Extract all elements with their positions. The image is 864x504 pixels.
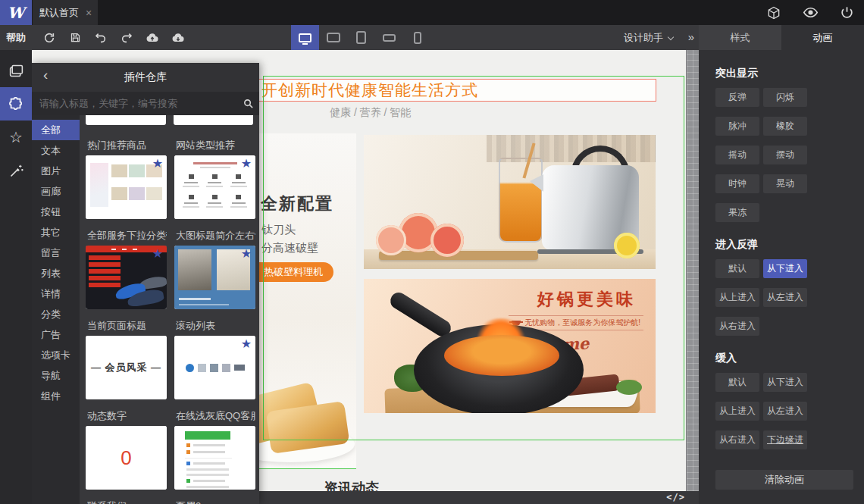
refresh-icon[interactable]: [41, 30, 58, 46]
search-icon[interactable]: [236, 98, 259, 109]
news-section-title[interactable]: 资讯动态: [324, 479, 379, 491]
help-menu[interactable]: 帮助: [6, 25, 26, 50]
plugin-item: 联系我们: [86, 499, 167, 504]
animation-button[interactable]: 脉冲: [715, 117, 759, 136]
device-phone-portrait-button[interactable]: [403, 25, 431, 50]
plugin-item-card-partial[interactable]: [174, 115, 254, 125]
plugin-item-card[interactable]: ★: [86, 155, 167, 219]
device-tablet-landscape-button[interactable]: [319, 25, 347, 50]
plugin-category[interactable]: 广告: [32, 324, 80, 345]
device-phone-landscape-button[interactable]: [375, 25, 403, 50]
animation-button[interactable]: 从右进入: [715, 430, 759, 449]
plugin-category[interactable]: 分类: [32, 304, 80, 324]
animation-button[interactable]: 摆动: [763, 146, 807, 164]
section-selection-outline: [263, 76, 684, 440]
page-tab[interactable]: 默认首页 ×: [33, 0, 98, 25]
plugin-category[interactable]: 按钮: [32, 202, 80, 222]
plugin-item-label: 当前页面标题: [87, 319, 167, 331]
plugin-category[interactable]: 选项卡: [32, 345, 80, 365]
plugin-item-card[interactable]: — 会员风采 —: [86, 336, 167, 399]
cloud-download-icon[interactable]: [170, 30, 186, 46]
power-exit-icon[interactable]: [838, 5, 855, 21]
plugin-item-card-partial[interactable]: [86, 115, 166, 125]
editor-toolbar: 帮助: [0, 25, 699, 50]
animation-button[interactable]: 果冻: [715, 203, 759, 222]
animation-panel: 突出显示反弹闪烁脉冲橡胶摇动摆动时钟晃动果冻进入反弹默认从下进入从上进入从左进入…: [699, 50, 864, 504]
tab-animation[interactable]: 动画: [781, 25, 864, 50]
plugin-item: 全部服务下拉分类带...★: [86, 229, 167, 319]
animation-button[interactable]: 默认: [715, 373, 759, 392]
plugin-category[interactable]: 组件: [32, 386, 80, 406]
animation-button[interactable]: 从下进入: [763, 373, 807, 392]
favorite-star-icon[interactable]: ★: [241, 337, 252, 351]
animation-section-title: 突出显示: [715, 67, 855, 80]
save-icon[interactable]: [67, 30, 83, 46]
toolbar-more-button[interactable]: »: [688, 25, 694, 50]
plugin-item-card[interactable]: [174, 426, 255, 490]
rail-favorites-icon[interactable]: ☆: [0, 121, 32, 154]
animation-button[interactable]: 闪烁: [763, 88, 807, 107]
tab-style[interactable]: 样式: [699, 25, 781, 50]
plugin-item-label: 网站类型推荐: [176, 139, 255, 151]
device-desktop-button[interactable]: [291, 25, 319, 50]
animation-button[interactable]: 时钟: [715, 174, 759, 193]
animation-button[interactable]: 从左进入: [763, 288, 807, 307]
rail-pages-icon[interactable]: [0, 54, 32, 87]
favorite-star-icon[interactable]: ★: [152, 246, 163, 261]
plugin-thumbnail: 0: [86, 426, 167, 490]
left-rail: ☆: [0, 50, 32, 504]
rail-plugins-icon[interactable]: [0, 87, 32, 121]
animation-button[interactable]: 摇动: [715, 146, 759, 164]
back-chevron-icon[interactable]: ‹: [43, 67, 48, 82]
plugin-category[interactable]: 全部: [32, 120, 80, 140]
plugin-category[interactable]: 导航: [32, 365, 80, 386]
animation-button[interactable]: 反弹: [715, 88, 759, 107]
title-bar: W 默认首页 ×: [0, 0, 864, 25]
favorite-star-icon[interactable]: ★: [241, 246, 252, 261]
cloud-upload-icon[interactable]: [144, 30, 161, 46]
clear-animation-button[interactable]: 清除动画: [715, 470, 853, 490]
redo-icon[interactable]: [118, 30, 135, 46]
plugin-grid-area: 热门推荐商品★网站类型推荐★全部服务下拉分类带...★大图标题简介左右切...★…: [80, 115, 259, 504]
animation-button[interactable]: 从上进入: [715, 402, 759, 421]
animation-button[interactable]: 晃动: [763, 174, 807, 193]
animation-button[interactable]: 从下进入: [763, 259, 807, 278]
design-assistant-menu[interactable]: 设计助手: [624, 25, 673, 50]
code-view-icon[interactable]: </>: [666, 492, 685, 502]
plugin-item-card[interactable]: ★: [174, 336, 255, 399]
canvas-scrollbar[interactable]: [686, 50, 699, 491]
animation-button[interactable]: 橡胶: [763, 117, 807, 136]
site-builder-window: 开创新时代健康智能生活方式 健康 / 营养 / 智能 全新配置 钛刀头 分高速破…: [0, 0, 864, 504]
plugin-category[interactable]: 文本: [32, 140, 80, 161]
plugin-item: 动态数字0: [86, 409, 167, 499]
plugin-category[interactable]: 列表: [32, 263, 80, 283]
animation-sections: 突出显示反弹闪烁脉冲橡胶摇动摆动时钟晃动果冻进入反弹默认从下进入从上进入从左进入…: [699, 50, 864, 459]
plugin-item-card[interactable]: ★: [174, 246, 255, 309]
animation-button[interactable]: 从左进入: [763, 402, 807, 421]
search-input[interactable]: [32, 98, 236, 109]
animation-button[interactable]: 默认: [715, 259, 759, 278]
plugin-library-panel: ‹ 插件仓库 全部文本图片画廊按钮其它留言列表详情分类广告选项卡导航组件 热门推…: [32, 63, 259, 504]
preview-eye-icon[interactable]: [802, 5, 819, 21]
plugin-category[interactable]: 留言: [32, 243, 80, 263]
plugin-category[interactable]: 画廊: [32, 181, 80, 202]
plugin-category[interactable]: 其它: [32, 222, 80, 243]
animation-button[interactable]: 从右进入: [715, 317, 759, 336]
plugin-item-card[interactable]: ★: [174, 155, 255, 219]
animation-button[interactable]: 从上进入: [715, 288, 759, 307]
plugin-category[interactable]: 详情: [32, 283, 80, 304]
plugin-category[interactable]: 图片: [32, 161, 80, 181]
undo-icon[interactable]: [92, 30, 109, 46]
rail-magic-wand-icon[interactable]: [0, 154, 32, 187]
plugin-item-label: 在线浅灰底QQ客服: [176, 409, 255, 421]
plugin-item-card[interactable]: ★: [86, 246, 167, 309]
plugin-item-label: 动态数字: [87, 409, 167, 421]
favorite-star-icon[interactable]: ★: [152, 156, 163, 171]
close-tab-icon[interactable]: ×: [86, 8, 92, 18]
plugin-item-card[interactable]: 0: [86, 426, 167, 490]
animation-button[interactable]: 下边缘进: [763, 430, 807, 449]
plugin-panel-title: 插件仓库: [124, 70, 167, 84]
components-cube-icon[interactable]: [765, 5, 782, 21]
favorite-star-icon[interactable]: ★: [241, 156, 252, 171]
device-tablet-portrait-button[interactable]: [347, 25, 375, 50]
